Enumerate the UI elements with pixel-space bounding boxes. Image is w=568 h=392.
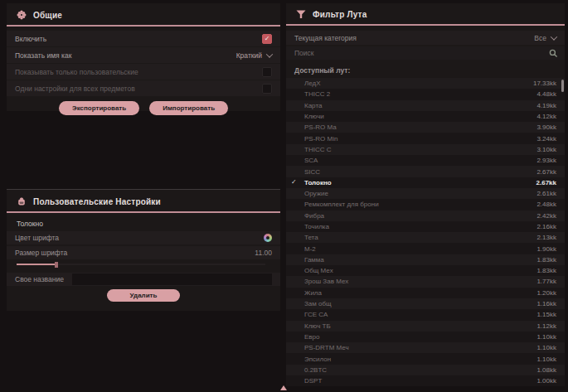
loot-item-row[interactable]: Точилка2.16kk xyxy=(286,221,565,232)
loot-item-row[interactable]: Жила1.20kk xyxy=(286,288,565,298)
item-value: 2.48kk xyxy=(536,201,556,208)
item-value: 1.83kk xyxy=(536,256,556,264)
same-settings-checkbox[interactable] xyxy=(262,84,272,94)
slider-handle[interactable] xyxy=(55,262,58,268)
item-name: М-2 xyxy=(304,245,316,253)
show-name-value: Краткий xyxy=(236,51,262,60)
loot-item-row[interactable]: ✓Толокно2.67kk xyxy=(286,177,565,188)
item-value: 3.10kk xyxy=(536,146,556,153)
font-color-row: Цвет шрифта xyxy=(7,231,280,244)
item-name: Гамма xyxy=(304,256,324,264)
custom-settings-title: Пользовательские Настройки xyxy=(33,197,161,206)
loot-item-row[interactable]: М-21.90kk xyxy=(286,243,565,254)
enable-label: Включить xyxy=(15,35,46,43)
item-name: Оружие xyxy=(304,190,328,197)
item-name: ГСЕ СА xyxy=(304,311,328,318)
search-icon[interactable] xyxy=(549,49,558,58)
item-name: Тета xyxy=(304,234,318,241)
loot-item-row[interactable]: SCA2.93kk xyxy=(286,155,565,166)
general-panel-underline xyxy=(7,25,280,27)
loot-item-row[interactable]: PS-RO Ma3.90kk xyxy=(286,122,565,133)
loot-item-row[interactable]: Гамма1.83kk xyxy=(286,254,565,265)
item-value: 2.61kk xyxy=(536,190,556,197)
item-value: 1.77kk xyxy=(536,278,556,285)
loot-item-row[interactable]: PS-DRTM Меч1.10kk xyxy=(286,342,565,353)
loot-item-row[interactable]: Карта4.19kk xyxy=(286,100,565,111)
item-name: Евро xyxy=(304,333,319,341)
loot-item-row[interactable]: SICC2.67kk xyxy=(286,166,565,177)
item-value: 1.00kk xyxy=(536,377,556,385)
backpack-icon xyxy=(17,196,27,206)
loot-item-row[interactable]: THICC 24.48kk xyxy=(286,89,565,99)
mod-settings-window: Общие Включить ✓ Показать имя как Кратки… xyxy=(0,0,568,392)
item-name: Общ Мех xyxy=(304,267,333,274)
item-name: Толокно xyxy=(304,179,332,186)
selected-item-name: Толокно xyxy=(7,213,280,231)
loot-filter-title: Фильтр Лута xyxy=(313,10,367,19)
item-name: PS-RO Min xyxy=(304,135,337,143)
loot-item-row[interactable]: Зрош Зав Мех1.77kk xyxy=(286,276,565,287)
item-name: Эпсилон xyxy=(304,356,331,363)
font-size-slider[interactable] xyxy=(17,261,270,268)
only-custom-checkbox[interactable] xyxy=(262,67,272,77)
import-button[interactable]: Импортировать xyxy=(149,101,228,115)
font-size-row: Размер шрифта 11.00 xyxy=(7,246,280,259)
category-label: Текущая категория xyxy=(294,34,357,42)
loot-item-row[interactable]: Оружие2.61kk xyxy=(286,188,565,199)
item-name: THICC C xyxy=(304,146,331,153)
loot-item-row[interactable]: 0.2BTC1.08kk xyxy=(286,365,565,375)
loot-item-row[interactable]: Общ Мех1.83kk xyxy=(286,265,565,276)
item-value: 1.20kk xyxy=(536,289,556,297)
loot-item-row[interactable]: Зам общ1.16kk xyxy=(286,298,565,309)
only-custom-row: Показывать только пользовательские xyxy=(7,64,280,80)
loot-item-row[interactable]: DSPT1.00kk xyxy=(286,375,565,386)
chevron-down-icon xyxy=(266,51,273,57)
general-panel: Общие Включить ✓ Показать имя как Кратки… xyxy=(7,3,280,111)
loot-item-row[interactable]: ЛедХ17.33kk xyxy=(286,78,565,89)
item-value: 2.67kk xyxy=(536,179,556,186)
item-value: 1.12kk xyxy=(536,322,556,330)
show-name-dropdown[interactable]: Краткий xyxy=(236,51,272,60)
loot-item-row[interactable]: PS-RO Min3.24kk xyxy=(286,133,565,143)
resize-handle-icon[interactable] xyxy=(280,385,287,390)
loot-item-row[interactable]: ГСЕ СА1.15kk xyxy=(286,309,565,320)
font-size-value: 11.00 xyxy=(255,249,272,257)
show-name-label: Показать имя как xyxy=(15,51,71,60)
funnel-icon xyxy=(296,10,306,19)
item-name: SCA xyxy=(304,157,318,164)
enable-checkbox[interactable]: ✓ xyxy=(262,34,272,44)
slider-fill xyxy=(17,264,56,265)
item-value: 1.10kk xyxy=(536,356,556,363)
item-name: Карта xyxy=(304,102,322,109)
loot-item-row[interactable]: THICC C3.10kk xyxy=(286,144,565,155)
item-value: 2.16kk xyxy=(536,223,556,230)
loot-item-row[interactable]: Евро1.10kk xyxy=(286,332,565,342)
category-dropdown[interactable]: Все xyxy=(534,34,556,42)
loot-item-row[interactable]: Тета2.13kk xyxy=(286,232,565,243)
only-custom-label: Показывать только пользовательские xyxy=(15,68,138,76)
item-name: THICC 2 xyxy=(304,90,330,98)
chevron-down-icon xyxy=(551,33,557,40)
export-button[interactable]: Экспортировать xyxy=(59,101,139,115)
loot-item-row[interactable]: Ключ ТБ1.12kk xyxy=(286,321,565,332)
loot-item-row[interactable]: Ключи4.12kk xyxy=(286,111,565,122)
scrollbar-thumb[interactable] xyxy=(561,80,564,92)
delete-button[interactable]: Удалить xyxy=(107,289,181,302)
enable-row: Включить ✓ xyxy=(7,31,280,46)
search-input[interactable] xyxy=(293,48,549,58)
custom-name-input[interactable] xyxy=(72,273,272,285)
show-name-row: Показать имя как Краткий xyxy=(7,47,280,63)
same-settings-row: Одни настройки для всех предметов xyxy=(7,80,280,96)
item-value: 3.24kk xyxy=(536,135,556,143)
available-loot-label: Доступный лут: xyxy=(286,60,565,75)
loot-item-row[interactable]: Ремкомплект для брони2.48kk xyxy=(286,199,565,210)
loot-item-row[interactable]: Эпсилон1.10kk xyxy=(286,353,565,364)
item-name: Фибра xyxy=(304,212,324,220)
item-value: 4.19kk xyxy=(536,102,556,109)
loot-filter-underline xyxy=(286,24,565,26)
custom-settings-panel: Пользовательские Настройки Толокно Цвет … xyxy=(7,189,280,311)
item-selected-check-icon: ✓ xyxy=(291,179,304,186)
loot-item-row[interactable]: Фибра2.42kk xyxy=(286,211,565,221)
color-picker-icon[interactable] xyxy=(264,234,272,242)
general-panel-title: Общие xyxy=(33,11,62,20)
